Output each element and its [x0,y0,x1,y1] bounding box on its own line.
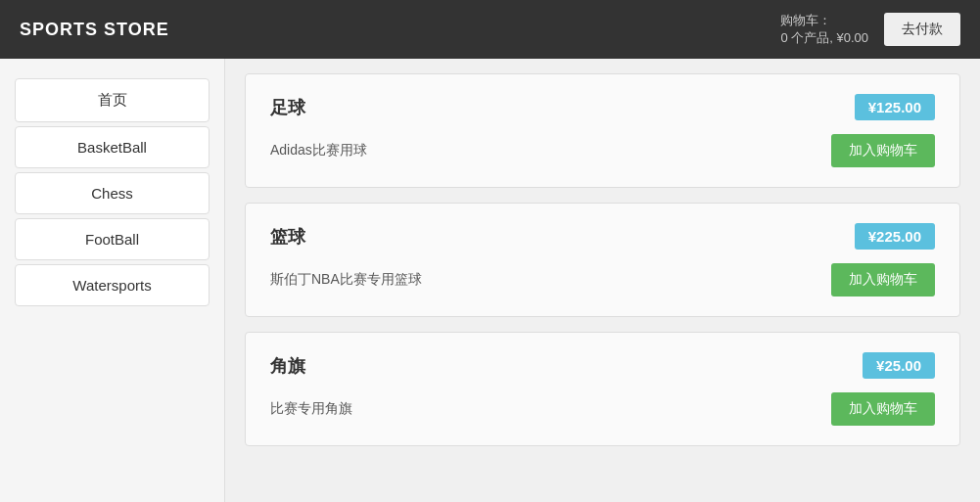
sidebar-item-basketball[interactable]: BasketBall [15,126,210,168]
product-bottom: 斯伯丁NBA比赛专用篮球 加入购物车 [270,263,935,297]
header-right: 购物车： 0 个产品, ¥0.00 去付款 [780,12,960,47]
product-desc: Adidas比赛用球 [270,142,367,160]
header: SPORTS STORE 购物车： 0 个产品, ¥0.00 去付款 [0,0,980,59]
product-price: ¥25.00 [863,352,935,379]
product-card: 足球 ¥125.00 Adidas比赛用球 加入购物车 [245,73,960,188]
product-price: ¥225.00 [855,223,935,250]
products-area: 足球 ¥125.00 Adidas比赛用球 加入购物车 篮球 ¥225.00 斯… [225,59,980,502]
cart-label: 购物车： [780,12,868,29]
product-top: 足球 ¥125.00 [270,94,935,120]
store-title: SPORTS STORE [20,20,169,40]
product-card: 篮球 ¥225.00 斯伯丁NBA比赛专用篮球 加入购物车 [245,203,960,317]
sidebar-item-football[interactable]: FootBall [15,218,210,260]
cart-info: 购物车： 0 个产品, ¥0.00 [780,12,868,47]
add-to-cart-button[interactable]: 加入购物车 [831,263,935,297]
product-bottom: 比赛专用角旗 加入购物车 [270,392,935,426]
product-desc: 斯伯丁NBA比赛专用篮球 [270,271,422,289]
cart-count: 0 个产品, ¥0.00 [780,29,868,47]
product-top: 角旗 ¥25.00 [270,352,935,379]
checkout-button[interactable]: 去付款 [884,13,960,46]
product-price: ¥125.00 [855,94,935,120]
add-to-cart-button[interactable]: 加入购物车 [831,392,935,426]
product-desc: 比赛专用角旗 [270,400,352,418]
sidebar-item-watersports[interactable]: Watersports [15,264,210,306]
product-name: 篮球 [270,225,305,249]
product-bottom: Adidas比赛用球 加入购物车 [270,134,935,167]
add-to-cart-button[interactable]: 加入购物车 [831,134,935,167]
sidebar: 首页BasketBallChessFootBallWatersports [0,59,225,502]
product-top: 篮球 ¥225.00 [270,223,935,250]
main-layout: 首页BasketBallChessFootBallWatersports 足球 … [0,59,980,502]
product-name: 足球 [270,96,305,119]
sidebar-item-chess[interactable]: Chess [15,172,210,214]
product-name: 角旗 [270,354,305,378]
sidebar-item-home[interactable]: 首页 [15,78,210,122]
product-card: 角旗 ¥25.00 比赛专用角旗 加入购物车 [245,332,960,446]
